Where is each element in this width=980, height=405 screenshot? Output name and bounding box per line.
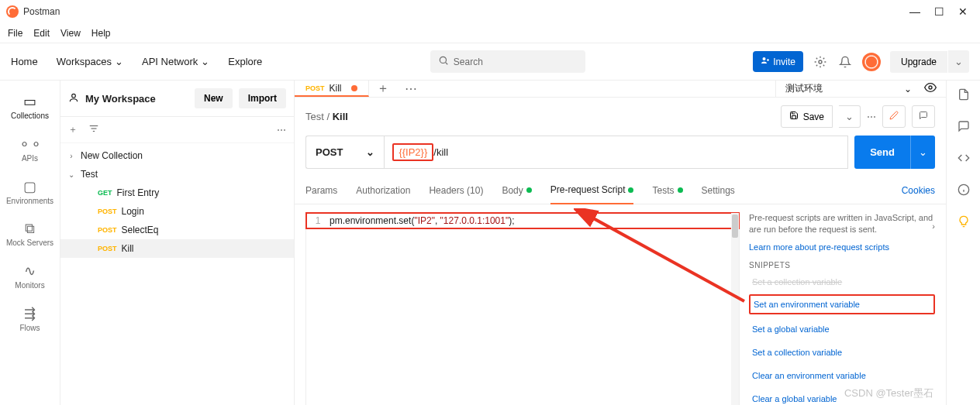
search-icon (438, 55, 449, 68)
rail-collections[interactable]: ▭ Collections (0, 85, 60, 128)
right-rail (946, 81, 980, 405)
request-selecteq[interactable]: POST SelectEq (60, 221, 294, 239)
main: POST Kill ＋ ⋯ 测试环境 ⌄ Test / Kill (295, 81, 946, 405)
rail-environments[interactable]: ▢ Environments (0, 170, 60, 213)
avatar[interactable] (862, 53, 881, 71)
edit-icon[interactable] (882, 105, 906, 128)
snippet-clear-env-var[interactable]: Clear an environment variable (749, 367, 935, 384)
window-close-button[interactable]: ✕ (958, 5, 968, 18)
learn-more-link[interactable]: Learn more about pre-request scripts (749, 242, 935, 252)
cookies-link[interactable]: Cookies (902, 177, 935, 204)
collection-new-collection[interactable]: › New Collection (60, 146, 294, 165)
environment-quicklook-icon[interactable] (924, 81, 937, 96)
snippet-set-collection-var[interactable]: Set a collection variable (749, 344, 935, 361)
save-button[interactable]: Save (781, 105, 833, 128)
send-dropdown[interactable]: ⌄ (910, 136, 935, 169)
snippet-set-env-var[interactable]: Set an environment variable (749, 294, 935, 314)
rail-flows[interactable]: ⇶ Flows (0, 297, 60, 340)
collections-icon: ▭ (0, 93, 60, 110)
settings-icon[interactable] (813, 54, 828, 70)
person-add-icon (761, 56, 770, 67)
chevron-down-icon: ⌄ (904, 84, 912, 94)
scrollbar[interactable] (731, 213, 739, 405)
menu-view[interactable]: View (60, 28, 81, 39)
tab-authorization[interactable]: Authorization (356, 177, 410, 204)
menu-help[interactable]: Help (91, 28, 111, 39)
method-badge: GET (98, 189, 112, 197)
collapse-panel-icon[interactable]: › (932, 221, 935, 231)
filter-icon[interactable] (88, 123, 99, 136)
method-badge: POST (98, 208, 117, 215)
invite-button[interactable]: Invite (753, 51, 803, 72)
nav-explore[interactable]: Explore (228, 56, 262, 67)
method-badge: POST (305, 84, 325, 92)
method-badge: POST (98, 245, 117, 252)
environment-picker[interactable]: 测试环境 ⌄ (775, 81, 946, 97)
tab-headers[interactable]: Headers (10) (429, 177, 483, 204)
tabstrip: POST Kill ＋ ⋯ 测试环境 ⌄ (295, 81, 946, 98)
svg-line-1 (446, 63, 448, 65)
topnav: Home Workspaces ⌄ API Network ⌄ Explore … (0, 43, 980, 81)
nav-api-network[interactable]: API Network ⌄ (142, 56, 209, 67)
active-dot-icon (628, 187, 633, 193)
nav-workspaces[interactable]: Workspaces ⌄ (57, 56, 123, 67)
chevron-down-icon: ⌄ (67, 170, 76, 179)
window-minimize-button[interactable]: — (909, 5, 920, 18)
code-icon[interactable] (958, 152, 970, 166)
new-tab-button[interactable]: ＋ (369, 81, 397, 97)
tab-overflow-button[interactable]: ⋯ (397, 81, 425, 97)
tab-kill[interactable]: POST Kill (295, 81, 369, 97)
workspace-title: My Workspace (85, 93, 188, 105)
documentation-icon[interactable] (958, 88, 970, 103)
nav-home[interactable]: Home (11, 56, 38, 67)
window-maximize-button[interactable]: ☐ (934, 5, 944, 18)
comments-icon[interactable] (958, 120, 970, 135)
left-rail: ▭ Collections ⚬⚬ APIs ▢ Environments ⧉ M… (0, 81, 60, 405)
svg-point-0 (440, 57, 446, 63)
notifications-icon[interactable] (837, 54, 853, 70)
method-select[interactable]: POST ⌄ (305, 136, 384, 169)
search-placeholder: Search (454, 57, 483, 67)
more-icon[interactable]: ⋯ (277, 125, 286, 136)
app-title: Postman (23, 6, 60, 17)
tab-title: Kill (330, 83, 342, 94)
new-button[interactable]: New (195, 88, 233, 108)
snippet-truncated: Set a collection variable (749, 276, 935, 288)
tab-params[interactable]: Params (305, 177, 337, 204)
request-login[interactable]: POST Login (60, 202, 294, 221)
upgrade-dropdown[interactable]: ⌄ (948, 50, 969, 73)
import-button[interactable]: Import (239, 88, 286, 108)
more-actions-icon[interactable]: ⋯ (867, 112, 876, 122)
request-first-entry[interactable]: GET First Entry (60, 184, 294, 202)
tab-pre-request-script[interactable]: Pre-request Script (550, 177, 634, 204)
tab-body[interactable]: Body (502, 177, 531, 204)
rail-apis[interactable]: ⚬⚬ APIs (0, 128, 60, 170)
request-kill[interactable]: POST Kill (60, 239, 294, 258)
search-input[interactable]: Search (430, 50, 585, 73)
rail-monitors[interactable]: ∿ Monitors (0, 255, 60, 297)
collection-test[interactable]: ⌄ Test (60, 165, 294, 184)
tab-settings[interactable]: Settings (702, 177, 735, 204)
upgrade-button[interactable]: Upgrade (890, 51, 947, 73)
script-editor[interactable]: 1 pm.environment.set("IP2", "127.0.0.1:1… (305, 212, 740, 405)
breadcrumb: Test / Kill (305, 111, 348, 122)
watermark: CSDN @Tester墨石 (844, 386, 933, 400)
comment-icon[interactable] (912, 105, 935, 128)
save-dropdown[interactable]: ⌄ (839, 105, 861, 128)
add-icon[interactable]: ＋ (68, 123, 78, 136)
url-input[interactable]: {{IP2}}/kill (384, 136, 848, 169)
rail-mock-servers[interactable]: ⧉ Mock Servers (0, 213, 60, 255)
snippets-description: Pre-request scripts are written in JavaS… (749, 212, 935, 236)
menu-edit[interactable]: Edit (33, 28, 50, 39)
flows-icon: ⇶ (0, 305, 60, 322)
collections-tree: › New Collection ⌄ Test GET First Entry … (60, 143, 294, 405)
snippet-set-global-var[interactable]: Set a global variable (749, 321, 935, 338)
tab-tests[interactable]: Tests (652, 177, 682, 204)
save-icon (789, 111, 799, 122)
lightbulb-icon[interactable] (958, 215, 970, 230)
info-icon[interactable] (958, 184, 970, 198)
active-dot-icon (678, 187, 683, 193)
send-button[interactable]: Send (854, 136, 910, 169)
chevron-down-icon: ⌄ (366, 146, 374, 158)
menu-file[interactable]: File (8, 28, 22, 39)
